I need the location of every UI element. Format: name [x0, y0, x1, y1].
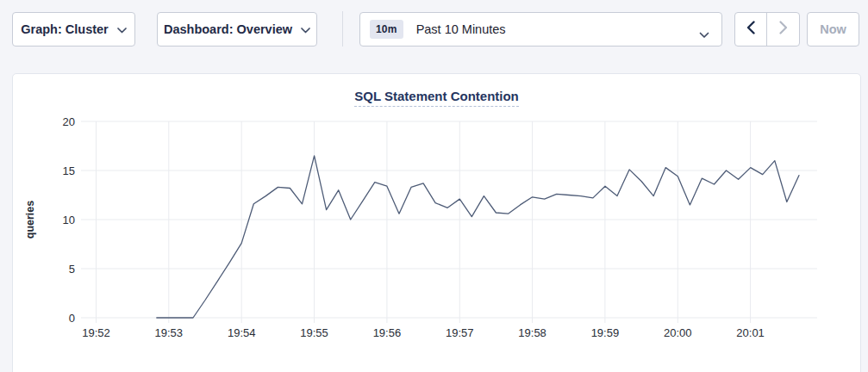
chevron-down-icon — [699, 27, 709, 42]
chevron-right-icon — [779, 21, 788, 38]
graph-dropdown[interactable]: Graph: Cluster — [12, 12, 135, 46]
toolbar-divider — [342, 11, 343, 46]
svg-text:15: 15 — [63, 164, 75, 177]
svg-text:19:57: 19:57 — [446, 326, 474, 339]
now-button[interactable]: Now — [807, 12, 859, 46]
line-chart[interactable]: 0510152019:5219:5319:5419:5519:5619:5719… — [13, 74, 862, 372]
svg-text:19:59: 19:59 — [591, 326, 620, 339]
now-button-label: Now — [820, 22, 846, 36]
chevron-down-icon — [117, 22, 127, 36]
svg-text:20:00: 20:00 — [664, 326, 692, 339]
chart-panel: SQL Statement Contention 0510152019:5219… — [12, 73, 861, 372]
svg-text:queries: queries — [24, 201, 36, 239]
chevron-down-icon — [301, 22, 310, 36]
time-range-badge: 10m — [370, 20, 403, 39]
svg-text:19:56: 19:56 — [373, 326, 402, 339]
svg-text:10: 10 — [63, 214, 75, 226]
svg-text:20: 20 — [63, 115, 75, 128]
svg-text:19:54: 19:54 — [228, 326, 256, 339]
graph-dropdown-label: Graph: Cluster — [21, 22, 109, 36]
svg-text:5: 5 — [69, 263, 75, 276]
next-time-button[interactable] — [767, 13, 799, 46]
dashboard-dropdown[interactable]: Dashboard: Overview — [157, 12, 317, 46]
svg-text:19:53: 19:53 — [155, 326, 184, 339]
time-range-label: Past 10 Minutes — [416, 22, 506, 36]
svg-text:19:55: 19:55 — [300, 326, 328, 339]
svg-text:0: 0 — [69, 312, 75, 325]
time-step-control — [734, 12, 800, 46]
previous-time-button[interactable] — [735, 13, 767, 46]
chevron-left-icon — [746, 21, 755, 38]
dashboard-dropdown-label: Dashboard: Overview — [164, 22, 292, 36]
svg-text:19:58: 19:58 — [518, 326, 546, 339]
svg-text:20:01: 20:01 — [736, 326, 765, 339]
time-range-selector[interactable]: 10m Past 10 Minutes — [359, 12, 722, 46]
toolbar: Graph: Cluster Dashboard: Overview 10m P… — [0, 0, 868, 59]
svg-text:19:52: 19:52 — [82, 326, 110, 339]
